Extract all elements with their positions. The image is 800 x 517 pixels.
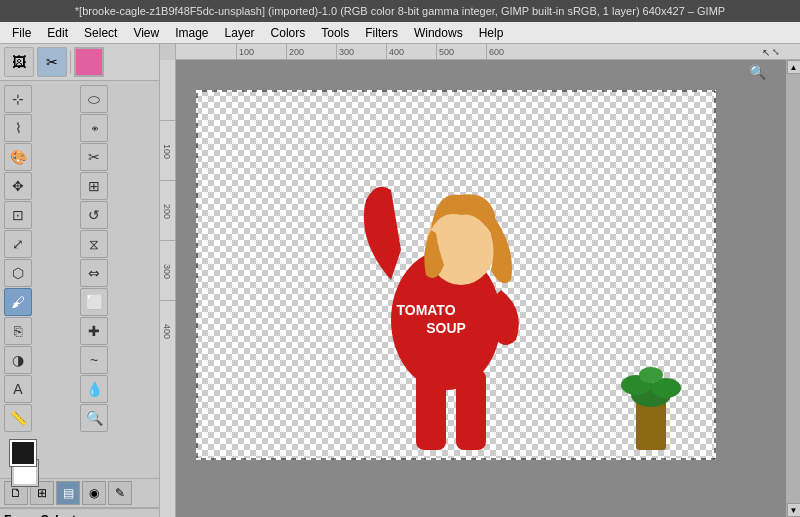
scrollbar-right: ▲ ▼ (786, 60, 800, 517)
color-swatches (0, 436, 159, 478)
menu-tools[interactable]: Tools (313, 24, 357, 42)
toolbar-image-icon[interactable]: 🖼 (4, 47, 34, 77)
channels-icon[interactable]: ◉ (82, 481, 106, 505)
scroll-down-button[interactable]: ▼ (787, 503, 801, 517)
menu-image[interactable]: Image (167, 24, 216, 42)
svg-text:SOUP: SOUP (426, 320, 466, 336)
toolbar-separator (70, 50, 71, 74)
titlebar-text: *[brooke-cagle-z1B9f48F5dc-unsplash] (im… (8, 5, 792, 17)
ruler-left-mark-0 (160, 60, 175, 120)
scroll-up-button[interactable]: ▲ (787, 60, 801, 74)
paths-icon[interactable]: ✎ (108, 481, 132, 505)
toolbar-selection-icon[interactable]: ✂ (37, 47, 67, 77)
menu-layer[interactable]: Layer (217, 24, 263, 42)
tool-select-by-color[interactable]: 🎨 (4, 143, 32, 171)
foreground-color-swatch[interactable] (10, 440, 36, 466)
ruler-mark-200: 200 (286, 44, 336, 59)
ruler-top: 100 200 300 400 500 600 (176, 44, 800, 59)
tool-heal[interactable]: ✚ (80, 317, 108, 345)
svg-point-10 (639, 367, 663, 383)
tool-eraser[interactable]: ⬜ (80, 288, 108, 316)
ruler-left-mark-100: 100 (160, 120, 175, 180)
menu-help[interactable]: Help (471, 24, 512, 42)
tool-align[interactable]: ⊞ (80, 172, 108, 200)
canvas-image-area: TOMATO SOUP (196, 90, 716, 460)
scroll-track-right[interactable] (787, 74, 801, 503)
tool-options-title: Fuzzy Select (4, 513, 155, 517)
menu-edit[interactable]: Edit (39, 24, 76, 42)
tool-paintbrush[interactable]: 🖌 (4, 288, 32, 316)
tool-clone[interactable]: ⎘ (4, 317, 32, 345)
menubar: File Edit Select View Image Layer Colors… (0, 22, 800, 44)
magnifier-icon[interactable]: 🔍 (749, 64, 766, 80)
canvas-viewport[interactable]: TOMATO SOUP 🔍 (176, 60, 786, 517)
tool-smudge[interactable]: ~ (80, 346, 108, 374)
main-layout: 🖼 ✂ ⊹ ⬭ ⌇ ⧞ 🎨 ✂ ✥ ⊞ ⊡ ↺ ⤢ ⧖ ⬡ (0, 44, 800, 517)
tool-zoom[interactable]: 🔍 (80, 404, 108, 432)
svg-rect-6 (636, 400, 666, 450)
tool-eyedropper[interactable]: 💧 (80, 375, 108, 403)
tool-move[interactable]: ✥ (4, 172, 32, 200)
tool-flip[interactable]: ⇔ (80, 259, 108, 287)
ruler-mark-500: 500 (436, 44, 486, 59)
menu-windows[interactable]: Windows (406, 24, 471, 42)
tool-options-panel: Fuzzy Select Mode: Antialiasing Feath (0, 508, 159, 517)
tool-fuzzy-select[interactable]: ⧞ (80, 114, 108, 142)
tool-grid: ⊹ ⬭ ⌇ ⧞ 🎨 ✂ ✥ ⊞ ⊡ ↺ ⤢ ⧖ ⬡ ⇔ 🖌 ⬜ ⎘ ✚ (0, 81, 159, 436)
ruler-arrow-icon: ↖ (762, 47, 770, 58)
ruler-resize-icon[interactable]: ⤡ (772, 47, 780, 57)
tool-perspective[interactable]: ⬡ (4, 259, 32, 287)
ruler-left-mark-300: 300 (160, 240, 175, 300)
tool-dodge-burn[interactable]: ◑ (4, 346, 32, 374)
tool-crop[interactable]: ⊡ (4, 201, 32, 229)
menu-view[interactable]: View (125, 24, 167, 42)
menu-colors[interactable]: Colors (263, 24, 314, 42)
titlebar: *[brooke-cagle-z1B9f48F5dc-unsplash] (im… (0, 0, 800, 22)
ruler-mark-300: 300 (336, 44, 386, 59)
ruler-mark-400: 400 (386, 44, 436, 59)
ruler-mark-600: 600 (486, 44, 536, 59)
ruler-left-mark-400: 400 (160, 300, 175, 360)
canvas-area: 100 200 300 400 500 600 ↖ ⤡ 100 200 300 … (160, 44, 800, 517)
ruler-mark-100: 100 (236, 44, 286, 59)
svg-text:TOMATO: TOMATO (396, 302, 455, 318)
layers-icon[interactable]: ▤ (56, 481, 80, 505)
tool-measure[interactable]: 📏 (4, 404, 32, 432)
tool-shear[interactable]: ⧖ (80, 230, 108, 258)
toolbox: 🖼 ✂ ⊹ ⬭ ⌇ ⧞ 🎨 ✂ ✥ ⊞ ⊡ ↺ ⤢ ⧖ ⬡ (0, 44, 160, 517)
ruler-corner (160, 44, 176, 60)
menu-filters[interactable]: Filters (357, 24, 406, 42)
tool-free-select[interactable]: ⌇ (4, 114, 32, 142)
tool-rect-select[interactable]: ⊹ (4, 85, 32, 113)
ruler-left: 100 200 300 400 (160, 60, 176, 517)
canvas-with-ruler: 100 200 300 400 (160, 60, 800, 517)
ruler-left-mark-200: 200 (160, 180, 175, 240)
canvas-image-svg: TOMATO SOUP (196, 90, 716, 460)
menu-file[interactable]: File (4, 24, 39, 42)
tool-scissors[interactable]: ✂ (80, 143, 108, 171)
toolbar-color-box[interactable] (74, 47, 104, 77)
tool-text[interactable]: A (4, 375, 32, 403)
tool-scale[interactable]: ⤢ (4, 230, 32, 258)
tool-ellipse-select[interactable]: ⬭ (80, 85, 108, 113)
tool-rotate[interactable]: ↺ (80, 201, 108, 229)
menu-select[interactable]: Select (76, 24, 125, 42)
